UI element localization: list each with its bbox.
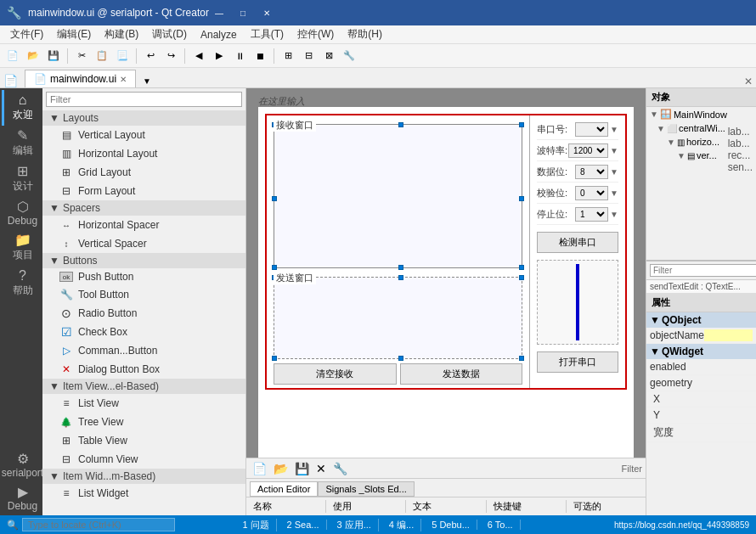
toolbox-tree-view[interactable]: 🌲 Tree View bbox=[42, 413, 245, 431]
recv-text-area[interactable] bbox=[274, 124, 522, 268]
baud-select[interactable]: 1200 bbox=[568, 143, 608, 158]
sidebar-serialport[interactable]: ⚙ serialport bbox=[2, 449, 41, 482]
toolbox-horizontal-layout[interactable]: ▥ Horizontal Layout bbox=[42, 144, 245, 163]
open-port-button[interactable]: 打开串口 bbox=[537, 351, 618, 373]
send-data-button[interactable]: 发送数据 bbox=[400, 363, 523, 385]
toolbox-section-item-views-header[interactable]: ▼ Item View...el-Based) bbox=[42, 379, 245, 394]
stopbits-select[interactable]: 1 bbox=[575, 207, 608, 222]
toolbar-btn-14[interactable]: 🔧 bbox=[340, 47, 358, 65]
toolbox-tool-button[interactable]: 🔧 Tool Button bbox=[42, 285, 245, 304]
sidebar-welcome[interactable]: ⌂ 欢迎 bbox=[2, 90, 41, 126]
tab-signals-slots[interactable]: Signals _Slots Ed... bbox=[318, 481, 414, 497]
toolbox-push-button[interactable]: ok Push Button bbox=[42, 268, 245, 285]
menu-tools[interactable]: 工具(T) bbox=[244, 25, 291, 43]
toolbox-column-view[interactable]: ⊟ Column View bbox=[42, 450, 245, 469]
menu-help[interactable]: 帮助(H) bbox=[341, 25, 389, 43]
toolbar-btn-5[interactable]: 📋 bbox=[93, 47, 111, 65]
toolbox-radio-button[interactable]: ⊙ Radio Button bbox=[42, 304, 245, 323]
toolbar-btn-6[interactable]: 📃 bbox=[113, 47, 132, 65]
toolbox-section-spacers-header[interactable]: ▼ Spacers bbox=[42, 200, 245, 216]
geometry-value[interactable] bbox=[702, 377, 753, 389]
qwidget-section[interactable]: ▼ QWidget bbox=[646, 344, 756, 359]
toolbox-dialog-button-box[interactable]: ✕ Dialog Button Box bbox=[42, 360, 245, 379]
toolbar-btn-9[interactable]: ⏸ bbox=[230, 47, 249, 65]
toolbox-section-item-widgets-header[interactable]: ▼ Item Wid...m-Based) bbox=[42, 469, 245, 484]
status-to[interactable]: 6 To... bbox=[481, 520, 521, 530]
toolbar-btn-13[interactable]: ⊠ bbox=[319, 47, 338, 65]
sidebar-design[interactable]: ⊞ 设计 bbox=[2, 161, 41, 197]
menu-analyze[interactable]: Analyze bbox=[194, 27, 244, 42]
databits-select[interactable]: 8 bbox=[575, 165, 608, 179]
toolbar-btn-4[interactable]: ✂ bbox=[72, 47, 91, 65]
toolbar-btn-7[interactable]: ◀ bbox=[189, 47, 208, 65]
minimize-button[interactable]: — bbox=[209, 5, 229, 20]
send-text-area[interactable] bbox=[274, 277, 522, 359]
tab-action-editor[interactable]: Action Editor bbox=[250, 481, 318, 497]
toolbox-vertical-layout[interactable]: ▤ Vertical Layout bbox=[42, 126, 245, 144]
action-toolbar-icon-4[interactable]: ✕ bbox=[313, 461, 329, 476]
status-appout[interactable]: 3 应用... bbox=[330, 519, 379, 531]
width-value[interactable] bbox=[702, 425, 750, 440]
toolbox-table-view[interactable]: ⊞ Table View bbox=[42, 431, 245, 450]
status-problems[interactable]: 1 问题 bbox=[235, 519, 276, 531]
toolbox-check-box[interactable]: ☑ Check Box bbox=[42, 323, 245, 341]
menu-build[interactable]: 构建(B) bbox=[98, 25, 145, 43]
tab-close-btn[interactable]: ✕ bbox=[120, 75, 127, 84]
detect-port-button[interactable]: 检测串口 bbox=[537, 232, 618, 253]
props-filter-input[interactable] bbox=[650, 264, 756, 277]
toolbar-btn-3[interactable]: 💾 bbox=[44, 47, 63, 65]
toolbox-vertical-spacer[interactable]: ↕ Vertical Spacer bbox=[42, 234, 245, 253]
toolbar-btn-11[interactable]: ⊞ bbox=[279, 47, 297, 65]
x-value[interactable] bbox=[702, 393, 750, 405]
toolbox-form-layout[interactable]: ⊟ Form Layout bbox=[42, 182, 245, 200]
toolbox-section-layouts-header[interactable]: ▼ Layouts bbox=[42, 110, 245, 126]
main-form[interactable]: 接收窗口 bbox=[258, 107, 634, 458]
toolbar-btn-undo[interactable]: ↩ bbox=[141, 47, 160, 65]
tab-arrow[interactable]: ▼ bbox=[141, 75, 153, 87]
toolbox-command-button[interactable]: ▷ Comman...Button bbox=[42, 341, 245, 360]
objectname-value[interactable] bbox=[704, 329, 753, 341]
parity-select[interactable]: 0 bbox=[575, 186, 608, 200]
status-compile[interactable]: 4 编... bbox=[382, 519, 421, 531]
action-toolbar-icon-3[interactable]: 💾 bbox=[292, 461, 312, 476]
enabled-value[interactable] bbox=[702, 361, 753, 373]
qobject-section[interactable]: ▼ QObject bbox=[646, 312, 756, 328]
menu-file[interactable]: 文件(F) bbox=[3, 25, 50, 43]
maximize-button[interactable]: □ bbox=[233, 5, 253, 20]
search-input[interactable] bbox=[22, 518, 175, 531]
action-toolbar-icon-1[interactable]: 📄 bbox=[250, 461, 269, 476]
sidebar-help[interactable]: ? 帮助 bbox=[2, 266, 41, 301]
y-value[interactable] bbox=[702, 409, 750, 421]
port-select[interactable] bbox=[575, 122, 608, 137]
sidebar-projects[interactable]: 📁 项目 bbox=[2, 230, 41, 266]
toolbar-btn-8[interactable]: ▶ bbox=[210, 47, 228, 65]
toolbox-horizontal-spacer[interactable]: ↔ Horizontal Spacer bbox=[42, 216, 245, 234]
toolbar-btn-10[interactable]: ⏹ bbox=[251, 47, 269, 65]
toolbar-btn-2[interactable]: 📂 bbox=[24, 47, 42, 65]
status-debug[interactable]: 5 Debu... bbox=[425, 520, 477, 530]
sidebar-debug[interactable]: ⬡ Debug bbox=[2, 197, 41, 230]
menu-widgets[interactable]: 控件(W) bbox=[291, 25, 341, 43]
toolbox-list-widget[interactable]: ≡ List Widget bbox=[42, 484, 245, 503]
status-search[interactable]: 2 Sea... bbox=[280, 520, 327, 530]
toolbox-section-buttons-header[interactable]: ▼ Buttons bbox=[42, 253, 245, 268]
action-toolbar-icon-5[interactable]: 🔧 bbox=[330, 461, 350, 476]
qwidget-section-label: QWidget bbox=[662, 346, 703, 357]
toolbar-btn-redo[interactable]: ↪ bbox=[161, 47, 180, 65]
toolbox-list-view[interactable]: ≡ List View bbox=[42, 394, 245, 413]
action-toolbar-icon-2[interactable]: 📂 bbox=[271, 461, 291, 476]
toolbox-filter-input[interactable] bbox=[46, 92, 242, 107]
clear-recv-button[interactable]: 清空接收 bbox=[274, 363, 397, 385]
menu-debug[interactable]: 调试(D) bbox=[145, 25, 194, 43]
toolbar-btn-1[interactable]: 📄 bbox=[3, 47, 22, 65]
close-button[interactable]: ✕ bbox=[257, 5, 277, 20]
toolbar-btn-12[interactable]: ⊟ bbox=[299, 47, 318, 65]
sidebar-debugrun[interactable]: ▶ Debug bbox=[2, 482, 41, 515]
tab-mainwindow[interactable]: 📄 mainwindow.ui ✕ bbox=[25, 70, 136, 87]
tree-mainwindow[interactable]: ▼ 🪟 MainWindow bbox=[646, 107, 756, 121]
toolbar-x-btn[interactable]: ✕ bbox=[744, 76, 753, 87]
menu-edit[interactable]: 编辑(E) bbox=[50, 25, 98, 43]
mainwindow-icon: 🪟 bbox=[660, 109, 672, 120]
toolbox-grid-layout[interactable]: ⊞ Grid Layout bbox=[42, 163, 245, 182]
sidebar-edit[interactable]: ✎ 编辑 bbox=[2, 126, 41, 161]
